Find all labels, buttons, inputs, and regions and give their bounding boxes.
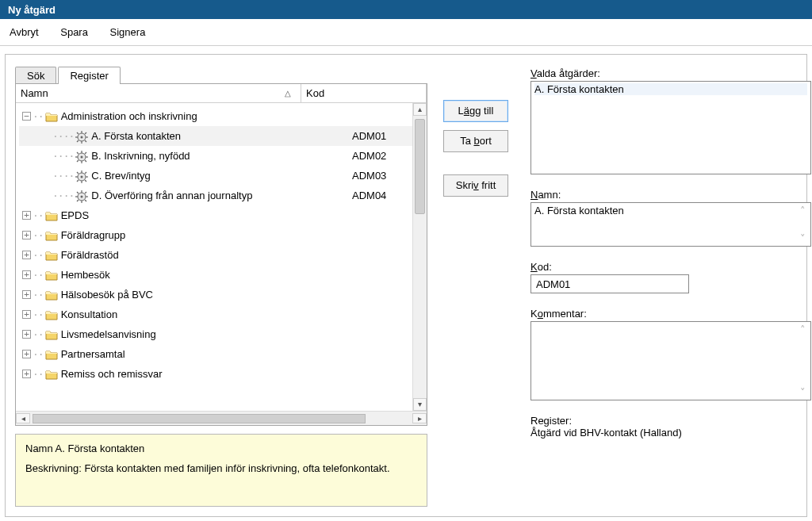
tab-register[interactable]: Register (58, 67, 120, 84)
tree-folder-label: Remiss och remissvar (61, 368, 163, 380)
tree-folder-label: Livsmedelsanvisning (61, 328, 156, 340)
expand-icon[interactable]: + (22, 330, 31, 339)
tree-leaf-label: C. Brev/intyg (91, 170, 150, 182)
add-button-mnemonic: ä (464, 105, 469, 117)
tabs: Sök Register (15, 64, 427, 83)
hscroll-track[interactable] (30, 414, 412, 423)
tree-body[interactable]: − ·· Administration och inskrivning ····… (16, 103, 412, 411)
svg-line-39 (85, 192, 86, 193)
tree-folder-collapsed[interactable]: +··Remiss och remissvar (19, 364, 412, 384)
add-button-pre: L (458, 105, 464, 117)
list-item[interactable]: A. Första kontakten (534, 83, 807, 95)
tree-folder-collapsed[interactable]: +··Hembesök (19, 265, 412, 285)
name-field-value: A. Första kontakten (534, 205, 624, 216)
folder-icon (45, 250, 58, 261)
lbl-com-mn: o (538, 308, 543, 320)
lbl-sel-post: alda åtgärder: (537, 67, 600, 79)
tree-folder-collapsed[interactable]: +··Föräldragrupp (19, 225, 412, 245)
tree-folder-collapsed[interactable]: +··Konsultation (19, 305, 412, 324)
comment-field[interactable]: ˄˅ (530, 321, 811, 400)
tree-header-name[interactable]: Namn △ (16, 84, 301, 102)
name-scroll[interactable]: ˄˅ (796, 205, 809, 244)
tree-connector: ·· (33, 348, 44, 360)
register-label: Register: (530, 415, 811, 427)
hscroll-thumb[interactable] (33, 414, 366, 423)
svg-line-6 (77, 132, 79, 134)
free-text-button[interactable]: Skriv fritt (443, 174, 508, 197)
selected-actions-list[interactable]: A. Första kontakten (530, 81, 811, 174)
svg-point-11 (81, 155, 83, 158)
folder-icon (45, 309, 58, 320)
menu-sign[interactable]: Signera (110, 19, 146, 46)
expand-icon[interactable]: + (22, 310, 31, 319)
tree-leaf[interactable]: ····B. Inskrivning, nyföddADM02 (19, 146, 412, 166)
scroll-right-icon[interactable]: ▸ (412, 413, 427, 423)
expand-icon[interactable]: + (22, 370, 31, 378)
svg-line-7 (85, 140, 86, 142)
tree-folder-collapsed[interactable]: +··Föräldrastöd (19, 245, 412, 265)
tree-folder-expanded[interactable]: − ·· Administration och inskrivning (19, 106, 412, 126)
expand-icon[interactable]: + (22, 350, 31, 358)
tree-connector: ·· (33, 269, 44, 281)
tree-folder-collapsed[interactable]: +··Hälsobesök på BVC (19, 285, 412, 305)
name-field[interactable]: A. Första kontakten ˄˅ (530, 202, 811, 247)
scroll-down-icon[interactable]: ˅ (796, 386, 809, 398)
collapse-icon[interactable]: − (22, 112, 31, 121)
scroll-down-icon[interactable]: ˅ (796, 232, 809, 244)
svg-line-27 (85, 180, 86, 182)
expand-icon[interactable]: + (22, 290, 31, 299)
remove-button[interactable]: Ta bort (443, 130, 508, 152)
lbl-name-post: amn: (538, 189, 561, 201)
selected-actions-label: Valda åtgärder: (530, 67, 811, 79)
tree-header-name-label: Namn (21, 87, 48, 99)
tree-folder-collapsed[interactable]: +··Livsmedelsanvisning (19, 324, 412, 344)
tree-leaf-code: ADM01 (352, 130, 386, 142)
tree-leaf[interactable]: ····A. Första kontaktenADM01 (19, 126, 412, 146)
tree-connector: ·· (33, 229, 44, 241)
tree-connector: ···· (52, 130, 74, 142)
cog-icon (75, 190, 88, 201)
add-button[interactable]: Lägg till (443, 100, 508, 122)
scroll-left-icon[interactable]: ◂ (16, 413, 30, 423)
svg-line-29 (85, 172, 86, 174)
menu-cancel[interactable]: Avbryt (10, 19, 39, 46)
menu-save[interactable]: Spara (60, 19, 88, 46)
scroll-up-icon[interactable]: ˄ (796, 205, 809, 216)
folder-icon (45, 369, 58, 380)
tree-leaf[interactable]: ····C. Brev/intygADM03 (19, 166, 412, 186)
tree-folder-collapsed[interactable]: +··EPDS (19, 205, 412, 225)
tree-connector: ···· (52, 170, 74, 182)
folder-icon (45, 111, 58, 122)
tree-leaf-code: ADM03 (352, 170, 386, 182)
comment-scroll[interactable]: ˄˅ (796, 324, 809, 398)
folder-icon (45, 210, 58, 221)
scroll-up-icon[interactable]: ▴ (413, 103, 427, 116)
remove-button-pre: Ta (460, 135, 473, 147)
tree-connector: ·· (33, 289, 44, 301)
tree-folder-label: Föräldragrupp (61, 229, 126, 241)
expand-icon[interactable]: + (22, 270, 31, 279)
expand-icon[interactable]: + (22, 251, 31, 259)
window-title: Ny åtgärd (8, 4, 56, 16)
horizontal-scrollbar[interactable]: ◂ ▸ (16, 411, 427, 425)
lbl-code-post: od: (538, 261, 552, 273)
svg-line-36 (77, 192, 79, 193)
code-field[interactable]: ADM01 (530, 274, 689, 293)
svg-line-8 (77, 140, 79, 142)
lbl-com-pre: K (530, 308, 538, 320)
scroll-track[interactable] (413, 117, 427, 396)
tree-connector: ·· (33, 368, 44, 380)
cog-icon (75, 170, 88, 182)
scroll-up-icon[interactable]: ˄ (796, 324, 809, 335)
expand-icon[interactable]: + (22, 231, 31, 239)
scroll-thumb[interactable] (415, 119, 425, 214)
expand-icon[interactable]: + (22, 211, 31, 220)
svg-line-37 (85, 200, 86, 201)
tab-search[interactable]: Sök (15, 67, 56, 84)
scroll-down-icon[interactable]: ▾ (413, 398, 427, 411)
svg-line-18 (77, 160, 79, 162)
tree-folder-collapsed[interactable]: +··Partnersamtal (19, 344, 412, 364)
tree-leaf[interactable]: ····D. Överföring från annan journaltypA… (19, 186, 412, 205)
vertical-scrollbar[interactable]: ▴ ▾ (412, 103, 427, 411)
tree-header-code[interactable]: Kod (301, 84, 427, 102)
